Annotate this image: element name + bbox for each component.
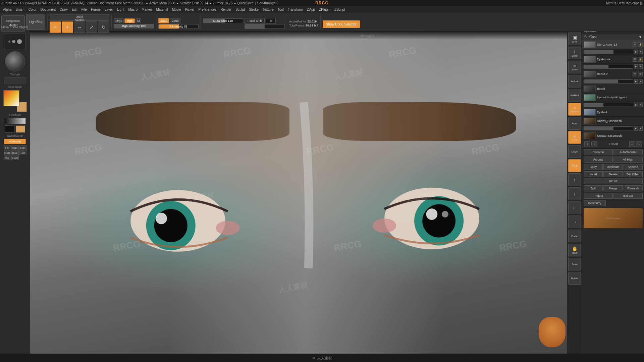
aahalf-button[interactable]: AAHalf — [568, 89, 581, 102]
menu-material[interactable]: Material — [154, 7, 170, 12]
menu-zapp[interactable]: ZApp — [305, 7, 317, 12]
menu-draw[interactable]: Draw — [58, 7, 69, 12]
menu-movie[interactable]: Movie — [170, 7, 183, 12]
menu-edit[interactable]: Edit — [70, 7, 79, 12]
local-button[interactable]: ◎ Local — [568, 131, 581, 144]
insert-button[interactable]: Insert — [584, 171, 603, 177]
right-view-button[interactable]: Rght — [11, 145, 19, 150]
fg-color-swatch[interactable] — [5, 125, 14, 133]
m-button[interactable]: M — [136, 18, 142, 23]
menus-btn[interactable]: Menus — [606, 1, 616, 5]
subtool-lock-icon[interactable]: 🔒 — [638, 42, 643, 47]
menu-preferences[interactable]: Preferences — [197, 7, 218, 12]
color-picker-main[interactable] — [3, 90, 27, 112]
subtool-slider[interactable] — [584, 50, 633, 54]
zoom-button[interactable]: ⊕ Zoom — [568, 61, 581, 73]
remesh-button[interactable]: Remesh — [624, 185, 643, 191]
list-left-button[interactable]: ← — [629, 141, 635, 147]
subtool-slider-5[interactable] — [584, 126, 633, 130]
projection-master-button[interactable]: ProjectionMaster — [1, 15, 25, 32]
subtool-item-beard2[interactable]: Beard-2 👁 ✕ — [582, 70, 644, 78]
zsub-button[interactable]: Zsub — [170, 18, 180, 23]
subtool-header[interactable]: SubTool ▼ — [582, 34, 644, 40]
gradient-preview[interactable] — [4, 118, 26, 124]
menu-texture[interactable]: Texture — [261, 7, 275, 12]
zadd-button[interactable]: Zadd — [158, 18, 169, 23]
focal-shift-slider[interactable] — [245, 24, 285, 29]
geometry-button[interactable]: Geometry — [584, 200, 606, 206]
quick-sketch-button[interactable]: QuickSketch — [50, 14, 109, 21]
front-view-button[interactable]: Frnt — [4, 145, 11, 150]
draw-mode-button[interactable]: ✦ — [62, 21, 73, 33]
cust1-view-button[interactable]: Cust1 — [4, 150, 11, 155]
subtool-item-eyebrows[interactable]: Eyebrows 👁 🔒 — [582, 55, 644, 64]
scroll-button[interactable]: ↕ Scroll — [568, 47, 581, 59]
see-through-btn[interactable]: See-through 0 — [257, 1, 278, 5]
subtool-item-shorts-basemesh[interactable]: Shorts_Basemesh — [582, 117, 644, 125]
frame-button[interactable]: Frame — [568, 230, 581, 242]
list-all-button[interactable]: List All — [599, 142, 628, 146]
del-all-button[interactable]: Del All — [584, 178, 643, 184]
lsym-button[interactable]: L Sym — [568, 145, 581, 158]
subtool-slider-3[interactable] — [584, 79, 633, 83]
left-arrow-button[interactable]: ← — [568, 201, 581, 214]
subtool-item-knipad[interactable]: Knipad-Basemesh — [582, 131, 644, 140]
subtool-x-icon-2[interactable]: ✕ — [639, 64, 643, 69]
rotate-mode-button[interactable]: ↻ — [98, 21, 109, 33]
move-mode-button[interactable]: ↔ — [74, 21, 85, 33]
down-arrow-button[interactable]: ↓ — [568, 187, 581, 200]
dynamic-button[interactable]: ⚙ Dynamic — [568, 103, 581, 116]
as-low-button[interactable]: As Low — [584, 157, 613, 163]
menu-layer[interactable]: Layer — [103, 7, 115, 12]
texture-slot[interactable] — [4, 77, 26, 84]
floor-button[interactable]: Floor — [568, 117, 581, 130]
subtool-down-button[interactable]: ↓ — [591, 141, 597, 147]
z-intensity-slider[interactable]: Z Intensity 51 — [158, 24, 199, 29]
del-other-button[interactable]: Del Other — [624, 171, 643, 177]
subtool-vis-icon-4[interactable]: 👁 — [634, 103, 638, 107]
menu-sculpt[interactable]: Sculpt — [234, 7, 247, 12]
subtool-x-icon-4[interactable]: ✕ — [639, 103, 643, 107]
menu-file[interactable]: File — [80, 7, 89, 12]
subtool-slider-4[interactable] — [584, 103, 633, 107]
all-high-button[interactable]: All High — [613, 157, 643, 163]
alternate-button[interactable]: Alternate — [4, 139, 26, 144]
split-button[interactable]: Split — [584, 185, 603, 191]
subtool-vis-icon-3[interactable]: 👁 — [634, 79, 638, 84]
actual-button[interactable]: Actual — [568, 75, 581, 87]
top-view-button[interactable]: Top — [4, 156, 11, 160]
extract-button[interactable]: Extract — [613, 193, 643, 199]
default-zscript[interactable]: DefaultZScript — [618, 1, 639, 5]
menu-document[interactable]: Document — [39, 7, 58, 12]
main-canvas[interactable]: RRCG RRCG RRCG RRCG RRCG RRCG RRCG RRCG … — [30, 31, 582, 354]
focal-shift-button[interactable]: Focal Shift — [245, 18, 265, 23]
subtool-up-button[interactable]: ↑ — [584, 141, 590, 147]
delete-button[interactable]: Delete — [603, 171, 623, 177]
duplicate-button[interactable]: Duplicate — [603, 164, 623, 170]
bg-color-swatch[interactable] — [16, 125, 25, 133]
rgb-intensity-slider[interactable]: Rgb Intensity 100 — [114, 24, 154, 28]
list-right-button[interactable]: → — [636, 141, 642, 147]
menu-stroke[interactable]: Stroke — [247, 7, 260, 12]
quicksave-label[interactable]: QuickSave — [237, 1, 254, 5]
menu-marker[interactable]: Marker — [140, 7, 154, 12]
xyz-button[interactable]: XYZ — [568, 159, 581, 172]
subtool-eye-icon-2[interactable]: 👁 — [633, 57, 637, 62]
draw-size-slider[interactable]: Draw Size 110 — [203, 18, 243, 23]
subtool-item-eyeball-sculpt[interactable]: Eyeball-Sculpt&Polypaint — [582, 93, 644, 102]
scale-icon-button[interactable]: Scale — [568, 258, 581, 270]
menu-light[interactable]: Light — [115, 7, 126, 12]
scale-mode-button[interactable]: ⤢ — [86, 21, 97, 33]
show-undo-selector-button[interactable]: Show Undo Selector — [323, 20, 360, 28]
menu-color[interactable]: Color — [27, 7, 38, 12]
project-button[interactable]: Project — [584, 193, 613, 199]
subtool-vis-icon-5[interactable]: 👁 — [634, 126, 638, 131]
subtool-x-icon-3b[interactable]: ✕ — [639, 79, 643, 84]
menu-tool[interactable]: Tool — [276, 7, 285, 12]
rename-button[interactable]: Rename — [584, 149, 613, 155]
subtool-eye-icon[interactable]: 👁 — [633, 42, 637, 47]
move-icon-button[interactable]: ✋ Move — [568, 244, 581, 256]
menu-zscript[interactable]: ZScript — [333, 7, 347, 12]
subtool-x-icon[interactable]: ✕ — [639, 50, 643, 54]
menu-picker[interactable]: Picker — [183, 7, 196, 12]
